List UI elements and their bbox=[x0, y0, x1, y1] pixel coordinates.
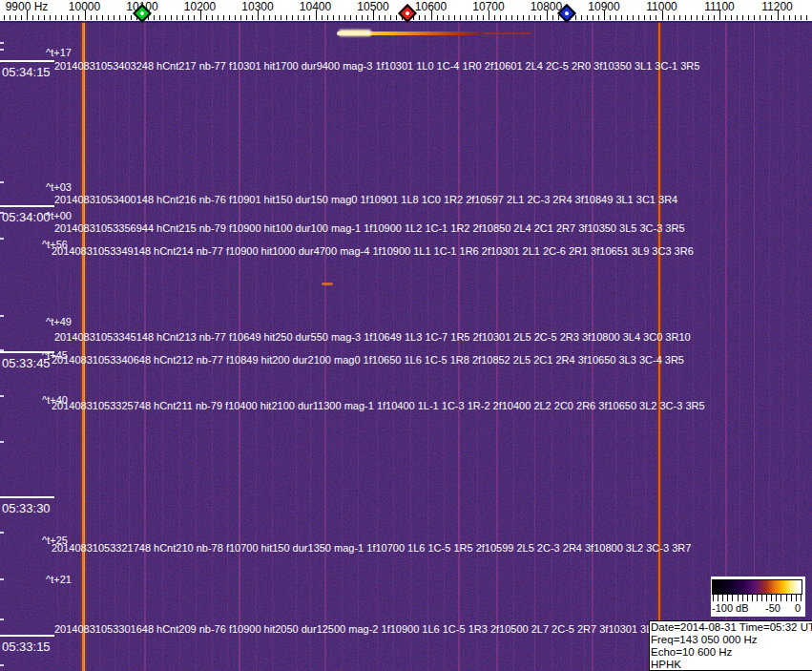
freq-tick bbox=[437, 15, 438, 20]
freq-tick bbox=[32, 15, 33, 20]
freq-tick bbox=[390, 15, 391, 20]
freq-tick bbox=[748, 15, 749, 20]
frequency-axis[interactable]: 9900 Hz100001010010200103001040010500106… bbox=[0, 0, 812, 21]
freq-tick bbox=[466, 15, 467, 20]
freq-tick bbox=[96, 15, 97, 20]
freq-tick bbox=[188, 15, 189, 20]
db-ruler-tick bbox=[757, 595, 758, 601]
freq-tick bbox=[552, 15, 553, 20]
spectral-line bbox=[710, 21, 711, 671]
freq-tick bbox=[633, 15, 634, 20]
freq-tick bbox=[627, 15, 628, 20]
freq-tick bbox=[644, 15, 645, 20]
db-ruler-tick bbox=[776, 595, 777, 601]
freq-tick bbox=[235, 15, 236, 20]
freq-tick bbox=[702, 15, 703, 20]
left-edge-tick bbox=[0, 42, 4, 44]
freq-tick bbox=[286, 15, 287, 20]
spectral-line bbox=[754, 21, 755, 671]
spectral-line bbox=[272, 21, 273, 671]
freq-tick bbox=[679, 15, 680, 20]
db-ruler-tick bbox=[796, 595, 797, 601]
spectral-line bbox=[256, 21, 257, 671]
status-info-box: Date=2014-08-31 Time=05:32 UTC Freq=143 … bbox=[649, 620, 812, 671]
db-ruler-tick bbox=[761, 595, 762, 601]
meteor-echo-streak bbox=[482, 32, 531, 34]
color-gradient-bar bbox=[712, 579, 802, 595]
freq-tick bbox=[165, 15, 166, 20]
freq-tick bbox=[67, 15, 68, 20]
spectral-line bbox=[739, 21, 740, 671]
freq-tick bbox=[15, 15, 16, 20]
meteor-echo-streak bbox=[339, 30, 371, 36]
freq-tick bbox=[223, 15, 224, 20]
freq-tick bbox=[78, 15, 79, 20]
freq-tick bbox=[448, 15, 449, 20]
noise-texture bbox=[0, 21, 812, 671]
freq-tick bbox=[685, 15, 686, 20]
freq-tick-label: 9900 Hz bbox=[6, 0, 49, 13]
time-label: 05:34:00 bbox=[2, 210, 51, 224]
spectral-line bbox=[632, 21, 633, 671]
spectral-line bbox=[615, 21, 616, 671]
freq-tick bbox=[795, 15, 796, 20]
time-tick-line bbox=[0, 205, 54, 207]
info-echo: Echo=10 600 Hz bbox=[651, 646, 812, 659]
db-ruler-tick bbox=[771, 595, 772, 601]
time-tick-line bbox=[0, 635, 54, 637]
spectrogram-canvas[interactable] bbox=[0, 21, 812, 671]
freq-tick bbox=[801, 15, 802, 20]
freq-tick bbox=[708, 15, 709, 20]
left-edge-tick bbox=[0, 349, 4, 351]
spectral-line bbox=[444, 21, 445, 671]
marker-center-dot bbox=[405, 10, 410, 16]
freq-tick bbox=[425, 15, 426, 20]
detection-log-line: 20140831053345148 hCnt213 nb-77 f10649 h… bbox=[54, 331, 691, 343]
freq-tick bbox=[108, 15, 109, 20]
freq-tick bbox=[523, 15, 524, 20]
freq-tick bbox=[38, 15, 39, 20]
spectral-line bbox=[84, 21, 85, 671]
freq-tick bbox=[177, 15, 177, 20]
spectral-line bbox=[534, 21, 535, 671]
spectral-line bbox=[458, 21, 460, 671]
freq-tick-label: 10800 bbox=[531, 0, 562, 13]
freq-tick bbox=[771, 15, 772, 20]
freq-tick bbox=[240, 15, 241, 20]
spectral-line bbox=[324, 21, 326, 671]
info-frequency: Freq=143 050 000 Hz bbox=[651, 634, 812, 646]
left-edge-tick bbox=[0, 395, 4, 397]
spectral-line bbox=[677, 21, 678, 671]
freq-tick bbox=[581, 15, 582, 20]
freq-tick-label: 10400 bbox=[300, 0, 331, 13]
freq-tick bbox=[587, 15, 588, 20]
freq-tick bbox=[650, 15, 651, 20]
freq-tick-label: 10200 bbox=[184, 0, 216, 13]
freq-tick bbox=[806, 15, 807, 20]
event-time-marker: ^t+21 bbox=[46, 574, 72, 585]
freq-tick bbox=[483, 15, 484, 20]
freq-tick bbox=[292, 15, 293, 20]
info-date-time: Date=2014-08-31 Time=05:32 UTC bbox=[651, 621, 812, 634]
freq-tick bbox=[298, 15, 299, 20]
db-ruler-tick bbox=[742, 595, 743, 601]
freq-tick bbox=[754, 15, 755, 20]
db-ruler-tick bbox=[801, 595, 802, 601]
left-edge-tick bbox=[0, 619, 4, 620]
freq-tick bbox=[621, 15, 622, 20]
spectral-line bbox=[427, 21, 428, 671]
freq-tick bbox=[182, 15, 183, 20]
spectral-line bbox=[377, 21, 378, 671]
freq-tick bbox=[218, 15, 219, 20]
event-time-marker: ^t+17 bbox=[46, 47, 72, 58]
spectral-line bbox=[645, 21, 646, 671]
spectral-line bbox=[782, 21, 783, 671]
spectral-line bbox=[227, 21, 228, 671]
freq-tick bbox=[714, 15, 715, 20]
spectral-line bbox=[393, 21, 394, 671]
freq-tick bbox=[339, 15, 340, 20]
db-ruler-tick bbox=[747, 595, 748, 601]
spectral-line bbox=[477, 21, 478, 671]
freq-tick bbox=[500, 15, 501, 20]
freq-tick bbox=[61, 15, 62, 20]
